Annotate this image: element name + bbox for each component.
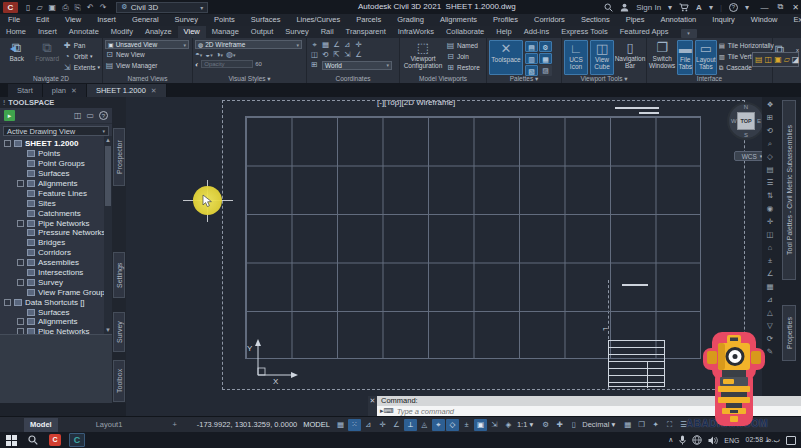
expand-toggle-icon[interactable] [17, 318, 24, 325]
ucs-tool-button[interactable]: ⌖ [309, 40, 320, 50]
navigation-bar-button[interactable]: ▯ Navigation Bar [616, 40, 644, 75]
viewcube-west[interactable]: W [731, 118, 737, 124]
join-viewport-button[interactable]: ⊟Join [446, 51, 480, 62]
ribbon-tab[interactable]: Survey [279, 26, 314, 38]
tree-item[interactable]: Sites [0, 198, 112, 208]
print-icon[interactable]: ⎘ [75, 2, 81, 13]
tree-item[interactable]: Alignments [0, 179, 112, 189]
save-icon[interactable]: ▣ [49, 2, 57, 13]
status-toggle-icon[interactable]: ✦ [649, 419, 662, 431]
ribbon-tab[interactable]: Annotate [63, 26, 105, 38]
tile-window-button[interactable]: ▤ Tile Horizontally [719, 40, 774, 51]
scroll-down-icon[interactable]: ▼ [104, 326, 112, 334]
named-viewport-button[interactable]: ▤Named [446, 40, 480, 51]
nav-tool-icon[interactable]: ◇ [767, 151, 773, 163]
nav-tool-icon[interactable]: ◫ [766, 229, 773, 241]
tab-toolbox[interactable]: Toolbox [113, 360, 125, 402]
file-tab[interactable]: Start [8, 84, 43, 97]
panel-label[interactable]: Viewport Tools ▾ [562, 75, 646, 83]
menu-item[interactable]: Profiles [485, 14, 526, 26]
ribbon-tab[interactable]: Collaborate [440, 26, 490, 38]
ucs-tool-button[interactable]: ∠ [353, 50, 364, 60]
status-toggle-icon[interactable]: ◇ [446, 419, 459, 431]
new-view-button[interactable]: ⊡New View [105, 49, 190, 60]
menu-item[interactable]: Express [786, 14, 801, 26]
status-toggle-icon[interactable]: ∠ [390, 419, 403, 431]
preview-icon[interactable]: ▭ [86, 111, 94, 120]
nav-tool-icon[interactable]: ❖ [767, 99, 774, 111]
menu-item[interactable]: Insert [89, 14, 124, 26]
ribbon-tab[interactable]: Modify [105, 26, 139, 38]
wcs-dropdown[interactable]: WCS▾ [734, 151, 762, 161]
file-tabs-button[interactable]: ▬ File Tabs [677, 40, 693, 75]
ribbon-tab[interactable]: Express Tools [555, 26, 614, 38]
style-icon-button[interactable]: ◑▾ [216, 50, 223, 59]
nav-tool-icon[interactable]: ⟲ [767, 125, 773, 137]
expand-toggle-icon[interactable] [4, 140, 11, 147]
restore-button[interactable]: ⧉ [778, 2, 784, 12]
plot-icon[interactable]: ⎙ [62, 2, 68, 13]
close-tab-icon[interactable]: ✕ [151, 87, 157, 95]
palette-toggle-button[interactable]: ▥ [525, 53, 538, 64]
menu-item[interactable]: Grading [389, 14, 432, 26]
status-toggle-icon[interactable]: ◈ [502, 419, 515, 431]
tree-item[interactable]: Feature Lines [0, 188, 112, 198]
network-globe-icon[interactable] [692, 435, 702, 445]
menu-item[interactable]: General [124, 14, 167, 26]
command-window-grip[interactable]: ✕ [368, 396, 377, 416]
viewcube-top-face[interactable]: TOP [737, 112, 755, 130]
menu-item[interactable]: Corridors [526, 14, 573, 26]
nav-tool-icon[interactable]: ⊿ [767, 294, 773, 306]
units-dropdown[interactable]: Decimal ▾ [580, 419, 617, 431]
menu-item[interactable]: Pipes [618, 14, 653, 26]
pan-button[interactable]: ✚Pan [63, 40, 100, 51]
style-icon-button[interactable]: ◍▾ [226, 50, 236, 59]
chevron-down-icon[interactable]: ▾ [709, 3, 713, 12]
visual-style-dropdown[interactable]: ◍ 2D Wireframe▾ [195, 40, 302, 49]
status-toggle-icon[interactable]: ⟂ [404, 419, 417, 431]
recorder-app-icon[interactable]: C [44, 432, 66, 448]
nav-tool-icon[interactable]: ⌂ [768, 242, 773, 254]
panel-label[interactable]: Coordinates [307, 75, 399, 83]
nav-tool-icon[interactable]: ☰ [767, 177, 774, 189]
nav-tool-icon[interactable]: ✎ [767, 346, 773, 358]
tree-item[interactable]: SHEET 1.2000 [0, 139, 112, 149]
palette-toggle-button[interactable]: ⚙ [539, 41, 552, 52]
ribbon-tab[interactable]: Transparent [340, 26, 392, 38]
ribbon-tab[interactable]: Analyze [139, 26, 178, 38]
mini-tool-icon[interactable]: ▤ [755, 53, 763, 66]
status-toggle-icon[interactable]: ▯ [567, 419, 580, 431]
tab-survey[interactable]: Survey [113, 312, 125, 352]
open-folder-icon[interactable]: ▱ [36, 2, 42, 13]
close-tab-icon[interactable]: ✕ [71, 87, 77, 95]
layout-tabs-button[interactable]: ▭ Layout Tabs [695, 40, 717, 75]
command-prompt-icon[interactable]: ▸⌨ [380, 407, 394, 415]
status-toggle-icon[interactable]: ⚙ [539, 419, 552, 431]
ribbon-tab[interactable]: InfraWorks [392, 26, 440, 38]
mini-tool-icon[interactable]: ▣ [774, 53, 782, 66]
help-icon[interactable]: ? [99, 111, 108, 120]
nav-tool-icon[interactable]: ✛ [767, 216, 773, 228]
toolspace-header[interactable]: ⁞ TOOLSPACE [0, 97, 112, 108]
ucs-tool-button[interactable]: ▦ [320, 40, 331, 50]
nav-tool-icon[interactable]: ⟳ [767, 333, 773, 345]
nav-tool-icon[interactable]: ◉ [767, 203, 774, 215]
panel-label[interactable]: Visual Styles ▾ [193, 75, 306, 83]
tree-item[interactable]: Catchments [0, 208, 112, 218]
tree-item[interactable]: Corridors [0, 248, 112, 258]
menu-item[interactable]: Annotation [652, 14, 704, 26]
app-menu-button[interactable]: C [3, 2, 18, 13]
menu-item[interactable]: Lines/Curves [288, 14, 348, 26]
tree-item[interactable]: Surfaces [0, 169, 112, 179]
nav-tool-icon[interactable]: △ [767, 307, 773, 319]
view-manager-button[interactable]: ▤View Manager [105, 60, 190, 71]
viewcube-north[interactable]: N [744, 104, 748, 110]
ribbon-options-button[interactable]: ▾ [681, 29, 697, 38]
menu-item[interactable]: Survey [167, 14, 206, 26]
ribbon-tab[interactable]: View [178, 26, 206, 38]
ribbon-tab[interactable]: Insert [32, 26, 63, 38]
panel-label[interactable]: Palettes ▾ [487, 75, 561, 83]
tree-item[interactable]: Point Groups [0, 159, 112, 169]
tree-item[interactable]: Points [0, 149, 112, 159]
active-view-dropdown[interactable]: Active Drawing View▾ [3, 126, 109, 136]
